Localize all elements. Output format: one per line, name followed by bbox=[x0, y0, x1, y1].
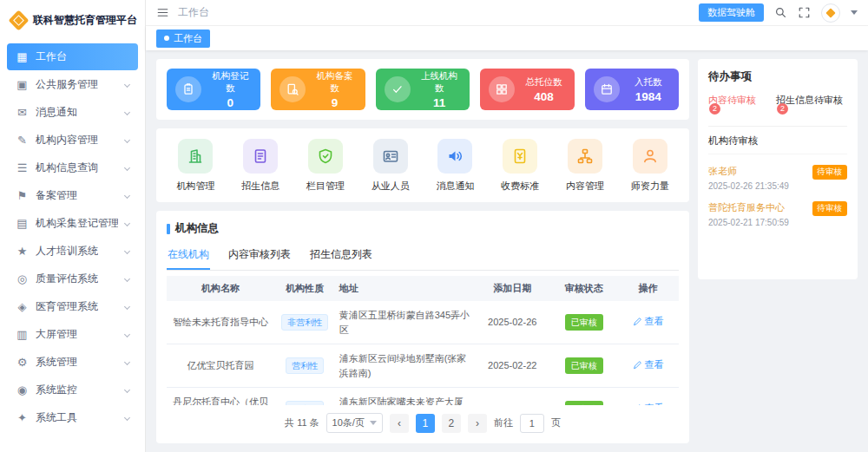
sidebar-item-public-service[interactable]: ▣公共服务管理 bbox=[7, 71, 138, 98]
quick-link-practitioners[interactable]: 从业人员 bbox=[358, 139, 423, 193]
quick-link-message-notice[interactable]: 消息通知 bbox=[423, 139, 488, 193]
org-address: 浦东新区云间绿地别墅南(张家浜路南) bbox=[336, 344, 474, 388]
sidebar-item-message-notice[interactable]: ✉消息通知 bbox=[7, 99, 138, 126]
stat-card-enrolled[interactable]: 入托数1984 bbox=[585, 69, 679, 110]
pending-badge[interactable]: 待审核 bbox=[812, 201, 848, 216]
id-card-icon bbox=[373, 139, 408, 174]
collapse-sidebar-icon[interactable] bbox=[156, 6, 169, 19]
org-address: 黄浦区五里桥街蒙自路345弄小区 bbox=[336, 301, 474, 344]
count-badge: 2 bbox=[709, 103, 720, 115]
org-name: 亿优宝贝托育园 bbox=[167, 344, 274, 388]
user-avatar[interactable] bbox=[821, 3, 840, 23]
content-area: 机构登记数0 机构备案数9 上线机构数11 总托位数408 bbox=[146, 50, 868, 452]
yen-fee-icon bbox=[503, 139, 537, 174]
sidebar-item-talent-training[interactable]: ★人才培训系统 bbox=[7, 238, 138, 265]
sidebar-item-system-monitor[interactable]: ◉系统监控 bbox=[7, 377, 138, 403]
todo-item-name: 张老师 bbox=[708, 165, 789, 178]
todo-tab-content-review[interactable]: 内容待审核2 bbox=[708, 94, 762, 119]
org-address: 浦东新区陆家嘴未来资产大厦(陆家嘴环路) bbox=[336, 388, 474, 406]
main-area: 工作台 数据驾驶舱 工作台 bbox=[146, 0, 868, 452]
todo-subtab-org-pending[interactable]: 机构待审核 bbox=[708, 127, 847, 154]
quick-link-column-management[interactable]: 栏目管理 bbox=[293, 139, 358, 193]
col-org-nature: 机构性质 bbox=[274, 276, 336, 301]
chevron-down-icon bbox=[124, 165, 130, 171]
sidebar-item-workbench[interactable]: ▦工作台 bbox=[7, 43, 138, 70]
count-badge: 2 bbox=[777, 103, 788, 115]
pending-badge[interactable]: 待审核 bbox=[812, 165, 848, 180]
chevron-down-icon bbox=[124, 276, 130, 282]
goto-unit: 页 bbox=[551, 416, 561, 429]
list-icon: ☰ bbox=[16, 161, 29, 174]
sidebar-item-org-collection[interactable]: ▤机构采集登记管理 bbox=[7, 210, 138, 237]
speaker-icon bbox=[437, 139, 472, 174]
table-header-row: 机构名称 机构性质 地址 添加日期 审核状态 操作 bbox=[167, 276, 679, 301]
quick-link-teacher-resources[interactable]: 师资力量 bbox=[617, 139, 682, 193]
select-caret-icon bbox=[370, 421, 377, 425]
chevron-down-icon bbox=[124, 137, 130, 143]
chevron-down-icon bbox=[124, 220, 130, 226]
breadcrumb: 工作台 bbox=[178, 5, 209, 20]
data-cockpit-button[interactable]: 数据驾驶舱 bbox=[699, 3, 764, 22]
quick-link-content-management[interactable]: 内容管理 bbox=[553, 139, 618, 193]
org-name: 丹尼尔托育中心（优贝佳） bbox=[167, 388, 274, 406]
stat-card-total-slots[interactable]: 总托位数408 bbox=[480, 69, 574, 110]
page-button-1[interactable]: 1 bbox=[416, 414, 435, 433]
org-date: 2025-02-22 bbox=[474, 344, 551, 388]
gear-icon: ⚙ bbox=[16, 356, 29, 369]
next-page-button[interactable]: › bbox=[468, 414, 487, 433]
flag-icon: ⚑ bbox=[16, 189, 29, 202]
sidebar-item-system-management[interactable]: ⚙系统管理 bbox=[7, 349, 138, 376]
quick-link-enrollment-info[interactable]: 招生信息 bbox=[228, 139, 293, 193]
todo-item-time: 2025-02-26 21:35:49 bbox=[708, 181, 789, 191]
check-icon bbox=[385, 76, 411, 102]
stat-card-org-filed[interactable]: 机构备案数9 bbox=[271, 69, 365, 110]
chevron-down-icon bbox=[124, 387, 130, 393]
grid-icon bbox=[489, 76, 515, 102]
sidebar-item-org-info-query[interactable]: ☰机构信息查询 bbox=[7, 154, 138, 181]
monitor-icon: ◉ bbox=[16, 383, 29, 396]
sidebar-item-quality-assessment[interactable]: ◎质量评估系统 bbox=[7, 265, 138, 292]
search-icon[interactable] bbox=[774, 6, 787, 19]
view-link[interactable]: 查看 bbox=[633, 314, 664, 329]
pagination-total: 共 11 条 bbox=[285, 416, 319, 429]
star-icon: ★ bbox=[16, 245, 29, 258]
public-service-icon: ▣ bbox=[16, 78, 29, 91]
user-menu-caret-icon[interactable] bbox=[851, 10, 858, 15]
page-button-2[interactable]: 2 bbox=[442, 414, 461, 433]
active-tag-dot-icon bbox=[164, 36, 169, 41]
stats-panel: 机构登记数0 机构备案数9 上线机构数11 总托位数408 bbox=[156, 59, 689, 120]
org-info-panel: 机构信息 在线机构 内容审核列表 招生信息列表 机构名称 bbox=[156, 211, 689, 443]
pagination: 共 11 条 10条/页 ‹ 1 2 › 前往 页 bbox=[167, 405, 679, 433]
sidebar-item-medical-care[interactable]: ◈医育管理系统 bbox=[7, 293, 138, 320]
sidebar-item-system-tools[interactable]: ✦系统工具 bbox=[7, 404, 138, 431]
tab-online-orgs[interactable]: 在线机构 bbox=[167, 241, 210, 270]
goto-label: 前往 bbox=[494, 416, 513, 429]
chevron-down-icon bbox=[124, 304, 130, 310]
stat-card-org-registered[interactable]: 机构登记数0 bbox=[167, 69, 260, 110]
doc-search-icon bbox=[279, 76, 306, 102]
message-icon: ✉ bbox=[16, 106, 29, 119]
chevron-down-icon bbox=[124, 82, 130, 88]
org-table: 机构名称 机构性质 地址 添加日期 审核状态 操作 智绘 bbox=[167, 276, 679, 405]
building-icon bbox=[178, 139, 213, 174]
todo-item[interactable]: 张老师 2025-02-26 21:35:49 待审核 bbox=[708, 165, 847, 191]
prev-page-button[interactable]: ‹ bbox=[390, 414, 409, 433]
todo-item[interactable]: 普陀托育服务中心 2025-02-21 17:50:59 待审核 bbox=[708, 201, 847, 227]
medal-icon: ◎ bbox=[16, 272, 29, 285]
document-icon bbox=[243, 139, 278, 174]
page-size-select[interactable]: 10条/页 bbox=[326, 413, 383, 433]
sidebar-item-big-screen[interactable]: ▥大屏管理 bbox=[7, 321, 138, 348]
todo-tab-enrollment-review[interactable]: 招生信息待审核2 bbox=[776, 94, 847, 119]
sidebar-item-org-content[interactable]: ✎机构内容管理 bbox=[7, 127, 138, 154]
view-link[interactable]: 查看 bbox=[633, 357, 664, 372]
tab-enrollment-info-list[interactable]: 招生信息列表 bbox=[309, 241, 373, 270]
goto-page-input[interactable] bbox=[520, 414, 544, 433]
fullscreen-icon[interactable] bbox=[798, 6, 811, 19]
sidebar-item-filing[interactable]: ⚑备案管理 bbox=[7, 182, 138, 209]
quick-link-org-management[interactable]: 机构管理 bbox=[163, 139, 228, 193]
tab-content-review-list[interactable]: 内容审核列表 bbox=[227, 241, 292, 270]
stat-card-org-online[interactable]: 上线机构数11 bbox=[376, 69, 470, 110]
quick-link-fee-standard[interactable]: 收费标准 bbox=[488, 139, 553, 193]
tag-workbench[interactable]: 工作台 bbox=[156, 29, 210, 48]
sitemap-icon bbox=[568, 139, 602, 174]
